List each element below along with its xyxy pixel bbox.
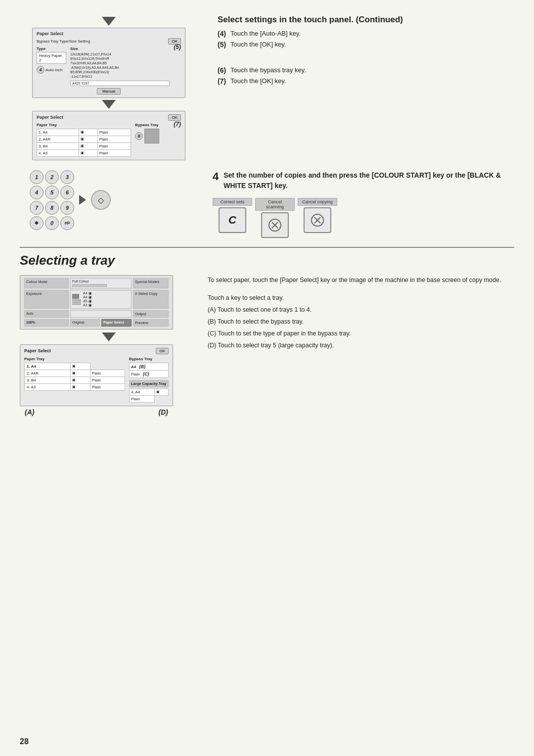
original-cell: Original (70, 319, 100, 327)
tray4-size[interactable]: Plain (97, 149, 131, 156)
tray-instr-0: Touch a key to select a tray. (208, 293, 514, 303)
cancel-copying-icon[interactable] (304, 207, 331, 233)
key-7[interactable]: 7 (30, 201, 44, 215)
output-cell: Output (133, 310, 169, 318)
correct-sets-label: Correct sets (213, 198, 252, 206)
tray-instr-4: (D) Touch to select tray 5 (large capaci… (208, 340, 514, 350)
tray2[interactable]: 2. A4R (37, 136, 79, 142)
step7-instruction: Touch the [OK] key. (230, 77, 286, 85)
key-5[interactable]: 5 (45, 186, 59, 199)
preview-cell[interactable]: Preview (133, 319, 169, 327)
arrow-down-1 (102, 17, 116, 26)
abcd-labels: (A) (D) (20, 408, 173, 416)
left-panel: Paper Select Bypass Tray Type/Size Setti… (20, 15, 198, 160)
colour-bar (72, 284, 107, 287)
action-strip: Correct sets C Cancel scanning (213, 198, 514, 238)
ps-title: Paper Select (24, 348, 51, 353)
ps-ok-btn[interactable]: OK (156, 348, 169, 354)
step4-instruction-panel: 4 Set the number of copies and then pres… (208, 170, 514, 238)
step6-instruction: Touch the bypass tray key. (230, 66, 306, 74)
tray3[interactable]: 3. B4 (37, 142, 79, 149)
callout-4: 4 (37, 66, 44, 74)
key-0[interactable]: 0 (45, 216, 59, 230)
a420-label[interactable]: A420 Y297 (70, 81, 170, 86)
key-star[interactable]: ✱ (30, 216, 44, 230)
tray3-size[interactable]: Plain (97, 142, 131, 149)
ps-lct-a4[interactable]: 4. A4 (130, 388, 155, 395)
size-list: 12x18(A3W),11x17,8½x14 8½x11,8½x11R,5½x8… (70, 52, 170, 79)
key-2[interactable]: 2 (45, 170, 59, 184)
key-hash[interactable]: #P (60, 216, 74, 230)
keypad: 1 2 3 4 5 6 7 8 9 ✱ 0 #P (30, 170, 74, 230)
paper-type-box[interactable]: Heavy Paper 2 (37, 52, 66, 64)
ratio-cell: 100% (24, 319, 69, 327)
type-label: Type (37, 47, 66, 51)
instructions-title: Select settings in the touch panel. (Con… (218, 15, 514, 25)
ps-tray2[interactable]: 2. A4R (25, 370, 71, 377)
correct-sets-icon[interactable]: C (219, 207, 246, 233)
full-colour-cell: Full Colour (70, 278, 132, 288)
cancel-copying-btn[interactable]: Cancel copying (298, 198, 337, 238)
key-4[interactable]: 4 (30, 186, 44, 199)
tray-left: Colour Mode Full Colour Special Modes Ex… (20, 275, 198, 416)
tray2-size[interactable]: Plain (97, 136, 131, 142)
ps-tray4-type[interactable]: Plain (90, 383, 125, 390)
cancel-copying-label: Cancel copying (298, 198, 337, 206)
cancel-scanning-icon[interactable] (261, 212, 289, 238)
key-6[interactable]: 6 (60, 186, 74, 199)
copy-screen-mockup: Colour Mode Full Colour Special Modes Ex… (20, 275, 173, 330)
ps-bypass-a4[interactable]: A4 (B) (130, 363, 169, 370)
step4-row: (4) Touch the [Auto-AB] key. (218, 30, 514, 38)
key-1[interactable]: 1 (30, 170, 44, 184)
ps-bypass-label: Bypass Tray (129, 357, 169, 361)
callout-7: (7) (174, 121, 181, 128)
screen1-subtitle: Bypass Tray Type/Size Setting (37, 39, 90, 44)
selecting-tray-section: Selecting a tray Colour Mode Full Colour… (20, 247, 514, 416)
start-button[interactable]: ◇ (91, 190, 111, 210)
callout-5: (5) (174, 44, 181, 50)
colour-mode-cell: Colour Mode (24, 278, 69, 288)
special-modes-cell: Special Modes (133, 278, 169, 288)
auto-inch-box[interactable]: Auto-Inch (45, 68, 62, 72)
cancel-scanning-btn[interactable]: Cancel scanning (255, 198, 295, 238)
step6-row: (6) Touch the bypass tray key. (218, 66, 514, 74)
tray1[interactable]: 1. A4 (37, 129, 79, 136)
paper-image-cell: A4 ▣A4 ▣A5 ▣A3 ▣ (70, 290, 132, 309)
tray-right: To select paper, touch the [Paper Select… (208, 275, 514, 416)
screen2-ok-btn[interactable]: OK (168, 114, 181, 121)
top-section: Paper Select Bypass Tray Type/Size Setti… (20, 15, 514, 160)
auto-cell: Auto (24, 310, 69, 318)
two-sided-cell: 2-Sided Copy (133, 290, 169, 309)
tray-instr-1: (A) Touch to select one of trays 1 to 4. (208, 305, 514, 315)
tray4[interactable]: 4. A3 (37, 149, 79, 156)
paper-select-screen: Paper Select OK Paper Tray 1. A4 (20, 344, 173, 406)
step7-num: (7) (218, 77, 227, 85)
ps-tray1[interactable]: 1. A4 (25, 363, 71, 370)
correct-sets-btn[interactable]: Correct sets C (213, 198, 252, 238)
exposure-cell: Exposure (24, 290, 69, 309)
ps-tray2-type[interactable]: Plain (90, 370, 125, 377)
ps-bypass-plain[interactable]: Plain (C) (130, 370, 169, 378)
step4-text: Set the number of copies and then press … (223, 170, 514, 191)
key-8[interactable]: 8 (45, 201, 59, 215)
ps-tray3-type[interactable]: Plain (90, 377, 125, 383)
ps-paper-tray-label: Paper Tray (24, 357, 125, 361)
manual-btn[interactable]: Manual (97, 88, 121, 94)
ps-lct-plain[interactable]: Plain (130, 395, 155, 402)
label-C: (C) (143, 372, 149, 377)
bypass-icon[interactable] (144, 129, 159, 143)
tray-instr-2: (B) Touch to select the bypass tray. (208, 317, 514, 327)
step4-keypad-section: 1 2 3 4 5 6 7 8 9 ✱ 0 #P ◇ 4 Set the num… (20, 170, 514, 238)
arrow-down-2 (102, 100, 116, 109)
tray1-size[interactable]: Plain (97, 129, 131, 136)
paper-select-active-cell[interactable]: Paper Select (101, 319, 132, 327)
paper-sizes: A4 ▣A4 ▣A5 ▣A3 ▣ (83, 291, 92, 307)
callout-6: 6 (135, 132, 143, 140)
screen2-mockup: Paper Select OK Paper Tray 1. A4 ▣ Plain (32, 111, 185, 160)
ps-tray3[interactable]: 3. B4 (25, 377, 71, 383)
key-9[interactable]: 9 (60, 201, 74, 215)
key-3[interactable]: 3 (60, 170, 74, 184)
tray-description: To select paper, touch the [Paper Select… (208, 275, 514, 285)
size-label: Size (70, 47, 170, 51)
ps-tray4[interactable]: 4. A3 (25, 383, 71, 390)
